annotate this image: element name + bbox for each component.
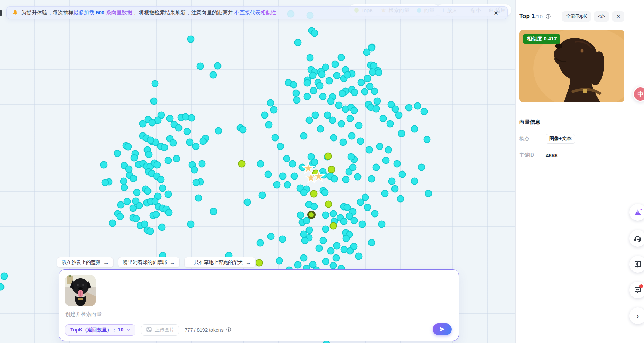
vector-dot[interactable] [376,143,383,150]
vector-dot[interactable] [411,125,418,133]
vector-dot[interactable] [347,247,354,255]
vector-dot[interactable] [308,153,315,161]
ai-gallery-button[interactable]: ✦ [629,204,644,221]
vector-dot[interactable] [197,63,204,70]
vector-dot[interactable] [210,208,217,215]
vector-dot[interactable] [150,98,158,105]
vector-dot[interactable] [354,173,362,181]
vector-dot[interactable] [279,236,286,243]
vector-dot[interactable] [300,132,308,140]
vector-dot[interactable] [339,90,346,97]
vector-dot[interactable] [380,115,387,122]
vector-dot[interactable] [316,245,323,252]
vector-dot[interactable] [188,114,195,122]
vector-dot[interactable] [311,30,318,37]
vector-dot[interactable] [257,160,264,168]
vector-dot[interactable] [375,69,382,76]
vector-dot[interactable] [130,175,137,182]
vector-dot[interactable] [333,242,341,250]
vector-dot[interactable] [347,115,354,122]
vector-dot[interactable] [385,146,392,154]
vector-dot[interactable] [133,189,141,196]
vector-dot[interactable] [374,98,381,105]
vector-dot[interactable] [357,199,364,206]
vector-dot[interactable] [398,130,405,137]
vector-dot[interactable] [0,283,5,291]
vector-dot[interactable] [117,201,125,209]
vector-dot[interactable] [175,124,183,132]
vector-dot[interactable] [330,262,337,269]
vector-dot[interactable] [330,134,337,142]
vector-dot[interactable] [321,189,329,196]
vector-dot[interactable] [318,71,326,78]
vector-dot[interactable] [359,221,366,228]
vector-dot[interactable] [149,119,156,127]
vector-dot[interactable] [405,104,413,112]
vector-dot[interactable] [215,127,222,135]
vector-dot[interactable] [199,160,206,168]
vector-dot[interactable] [338,120,345,128]
suggestion-chip[interactable]: 一只在草地上奔跑的柴犬→ [184,257,256,268]
vector-dot[interactable] [397,195,404,203]
vector-dot[interactable] [193,179,200,186]
vector-dot[interactable] [144,188,152,195]
vector-dot[interactable] [294,261,302,269]
vector-dot[interactable] [355,122,363,129]
vector-dot[interactable] [100,161,108,169]
topk-dot[interactable] [325,201,332,208]
vector-dot[interactable] [124,198,131,205]
vector-dot[interactable] [279,173,287,180]
vector-dot[interactable] [300,189,308,196]
vector-dot[interactable] [147,228,154,235]
vector-dot[interactable] [382,157,390,164]
vector-dot[interactable] [165,157,172,164]
vector-dot[interactable] [373,105,380,113]
vector-dot[interactable] [210,71,217,79]
vector-dot[interactable] [304,79,311,87]
vector-dot[interactable] [371,210,379,218]
vector-dot[interactable] [284,181,291,189]
vector-dot[interactable] [351,107,358,114]
topk-dot[interactable] [328,166,335,173]
vector-dot[interactable] [322,226,329,233]
vector-dot[interactable] [277,143,284,150]
vector-dot[interactable] [331,175,338,183]
vector-dot[interactable] [121,184,128,191]
vector-dot[interactable] [340,218,348,225]
vector-dot[interactable] [283,155,290,162]
vector-dot[interactable] [244,199,251,206]
vector-dot[interactable] [349,164,357,171]
vector-dot[interactable] [330,210,337,218]
vector-dot[interactable] [114,150,121,157]
vector-dot[interactable] [399,171,406,178]
vector-dot[interactable] [265,171,272,178]
vector-dot[interactable] [322,258,329,265]
vector-dot[interactable] [340,139,347,146]
vector-dot[interactable] [239,126,247,134]
topk-dot[interactable] [256,259,263,267]
vector-dot[interactable] [145,151,153,158]
vector-dot[interactable] [293,90,300,97]
docs-button[interactable] [629,256,644,273]
vector-dot[interactable] [125,143,132,151]
feedback-button[interactable] [629,282,644,298]
vector-dot[interactable] [368,44,375,52]
banner-close-icon[interactable]: ✕ [492,9,500,17]
vector-dot[interactable] [192,143,200,150]
vector-dot[interactable] [165,191,172,198]
vector-dot[interactable] [421,108,428,115]
vector-dot[interactable] [364,204,371,211]
vector-dot[interactable] [273,181,281,189]
vector-dot[interactable] [388,178,396,185]
support-button[interactable] [629,230,644,247]
vector-dot[interactable] [195,195,202,202]
vector-dot[interactable] [319,93,327,100]
vector-dot[interactable] [131,154,138,162]
vector-dot[interactable] [355,253,363,260]
vector-dot[interactable] [333,254,340,262]
vector-dot[interactable] [394,160,401,168]
vector-dot[interactable] [191,166,198,174]
vector-dot[interactable] [343,235,350,242]
vector-dot[interactable] [200,138,207,145]
topk-dot[interactable] [330,222,337,230]
